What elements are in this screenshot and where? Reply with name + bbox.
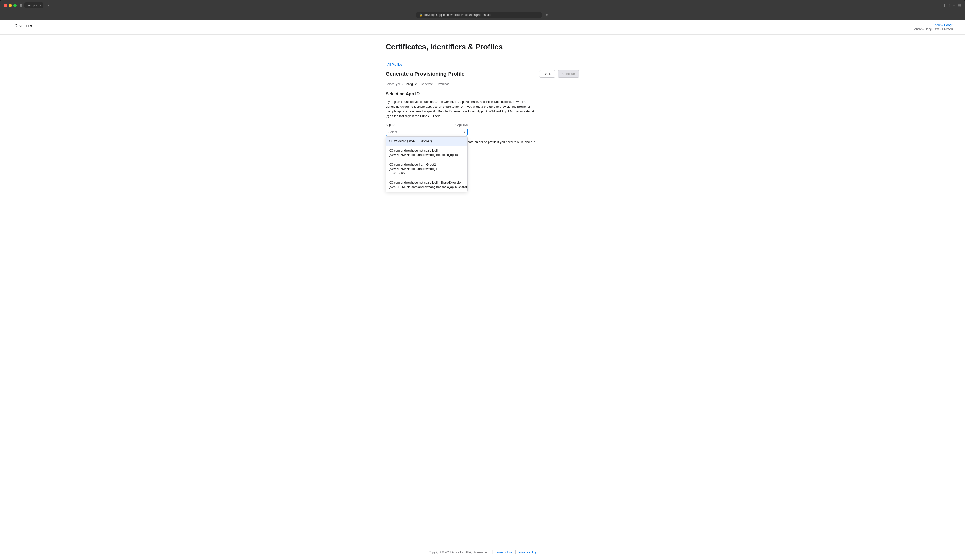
sidebar-button[interactable]: ▤ <box>957 3 961 8</box>
app-id-count: 4 App IDs <box>455 123 468 126</box>
breadcrumb-generate: Generate <box>421 82 433 86</box>
copyright-text: Copyright © 2023 Apple Inc. All rights r… <box>429 550 489 554</box>
breadcrumb-sep-2: › <box>419 83 419 85</box>
maximize-button[interactable] <box>13 4 16 7</box>
nav-buttons: ‹ › <box>47 3 55 8</box>
top-nav:  Developer Andrew Hoog › Andrew Hoog - … <box>0 20 965 35</box>
description-text: If you plan to use services such as Game… <box>386 100 535 118</box>
dropdown-item-label: XC com andrewhoog I-am-Groot2 (XW66E6M5N… <box>389 163 438 171</box>
page-title: Certificates, Identifiers & Profiles <box>386 42 579 51</box>
dropdown-item-sublabel: (XW66E6M5N4.com.andrewhoog.net.cozic.jop… <box>389 185 468 189</box>
page-content: Certificates, Identifiers & Profiles ‹ A… <box>374 35 591 152</box>
breadcrumb-configure: Configure <box>404 82 417 86</box>
address-text: developer.apple.com/account/resources/pr… <box>424 13 491 16</box>
app-id-label: App ID: <box>386 123 395 126</box>
close-button[interactable] <box>4 4 7 7</box>
dropdown-item-groot2[interactable]: XC com andrewhoog I-am-Groot2 (XW66E6M5N… <box>386 160 467 178</box>
share-button[interactable]: ↑ <box>948 3 950 8</box>
app-id-title: Select an App ID <box>386 91 579 96</box>
back-button[interactable]: Back <box>539 70 555 78</box>
address-bar[interactable]: 🔒 developer.apple.com/account/resources/… <box>416 12 541 18</box>
breadcrumb-download: Download <box>437 82 450 86</box>
section-title: Generate a Provisioning Profile <box>386 71 465 77</box>
apple-logo:  Developer <box>11 23 32 28</box>
continue-button[interactable]: Continue <box>558 70 579 78</box>
page-footer: Copyright © 2023 Apple Inc. All rights r… <box>0 544 965 560</box>
browser-tab[interactable]: new post ▾ <box>25 2 43 8</box>
downloads-button[interactable]: ⬇ <box>942 3 946 8</box>
traffic-lights <box>4 4 16 7</box>
dropdown-item-wildcard[interactable]: XC Wildcard (XW66E6M5N4.*) <box>386 137 467 146</box>
breadcrumb-select-type: Select Type <box>386 82 401 86</box>
breadcrumb: Select Type › Configure › Generate › Dow… <box>386 82 579 86</box>
tab-label: new post <box>27 3 38 7</box>
terms-link[interactable]: Terms of Use <box>495 550 512 554</box>
all-profiles-link[interactable]: ‹ All Profiles <box>386 63 402 66</box>
action-buttons: Back Continue <box>539 70 579 78</box>
lock-icon: 🔒 <box>419 13 422 16</box>
add-tab-button[interactable]: + <box>952 3 955 8</box>
tab-bar: ⊞ new post ▾ ‹ › <box>20 2 940 8</box>
dropdown-item-shareextension[interactable]: XC com andrewhoog net cozic joplin Share… <box>386 178 467 191</box>
dropdown-item-sublabel: (XW66E6M5N4.com.andrewhoog.net.cozic.jop… <box>389 153 458 157</box>
toolbar-right: ⬇ ↑ + ▤ <box>942 3 961 8</box>
select-placeholder: Select... <box>388 130 399 134</box>
account-id: Andrew Hoog - XW66E6M5N4 <box>914 28 954 31</box>
app-id-dropdown: XC Wildcard (XW66E6M5N4.*) XC com andrew… <box>386 136 468 192</box>
spacer <box>0 152 965 544</box>
app-id-select[interactable]: Select... <box>386 128 468 136</box>
dropdown-item-label: XC com andrewhoog net cozic joplin <box>389 149 439 152</box>
footer-sep-1: | <box>492 550 493 554</box>
dropdown-item-sublabel: am-Groot2) <box>389 171 405 175</box>
section-header: Generate a Provisioning Profile Back Con… <box>386 70 579 78</box>
privacy-link[interactable]: Privacy Policy <box>518 550 536 554</box>
app-id-select-wrapper: Select... ▾ XC Wildcard (XW66E6M5N4.*) X… <box>386 128 468 136</box>
dropdown-item-label: XC Wildcard (XW66E6M5N4.*) <box>389 139 432 143</box>
address-bar-row: 🔒 developer.apple.com/account/resources/… <box>0 11 965 20</box>
footer-sep-2: | <box>515 550 516 554</box>
tab-chevron-icon: ▾ <box>40 4 41 7</box>
breadcrumb-sep-3: › <box>434 83 435 85</box>
reload-button[interactable]: ↺ <box>546 13 549 17</box>
back-nav-button[interactable]: ‹ <box>47 3 51 8</box>
dropdown-item-joplin[interactable]: XC com andrewhoog net cozic joplin (XW66… <box>386 146 467 160</box>
user-info: Andrew Hoog › Andrew Hoog - XW66E6M5N4 <box>914 23 954 31</box>
dropdown-item-label: XC com andrewhoog net cozic joplin Share… <box>389 181 463 184</box>
apple-icon:  <box>11 23 13 28</box>
tab-grid-icon: ⊞ <box>20 3 23 7</box>
divider <box>386 57 579 57</box>
page-wrapper:  Developer Andrew Hoog › Andrew Hoog - … <box>0 20 965 560</box>
minimize-button[interactable] <box>9 4 12 7</box>
forward-nav-button[interactable]: › <box>52 3 55 8</box>
breadcrumb-sep-1: › <box>402 83 403 85</box>
developer-label: Developer <box>15 24 32 28</box>
field-label-row: App ID: 4 App IDs <box>386 123 468 126</box>
user-name-link[interactable]: Andrew Hoog › <box>914 23 954 27</box>
